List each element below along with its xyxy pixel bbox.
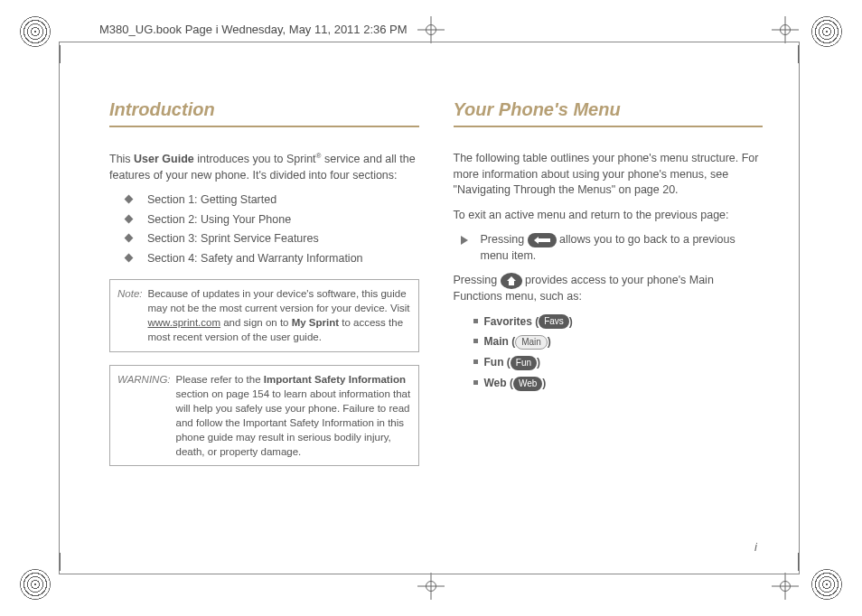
list-item: Section 3: Sprint Service Features [126, 231, 419, 247]
intro-text-mid: introduces you to Sprint [194, 153, 316, 165]
note-callout: Note: Because of updates in your device'… [109, 279, 419, 351]
registration-mark-bottom-mid [417, 573, 445, 600]
title-rule [454, 126, 764, 127]
warning-text-2: section on page 154 to learn about infor… [176, 388, 411, 457]
crop-mark-tl [20, 16, 51, 47]
back-instruction: Pressing allows you to go back to a prev… [461, 232, 764, 264]
crop-mark-bl [20, 569, 51, 600]
registration-mark-top-mid [417, 16, 445, 43]
menu-item-pre: Web ( [484, 377, 513, 389]
list-item: Section 4: Safety and Warranty Informati… [126, 251, 419, 267]
favs-button-icon: Favs [539, 314, 569, 329]
note-text-2: and sign on to [220, 317, 292, 328]
menu-item-pre: Fun ( [484, 356, 511, 369]
menu-paragraph-1: The following table outlines your phone'… [454, 151, 764, 199]
page-number: i [754, 540, 757, 554]
crop-mark-tr [811, 16, 842, 47]
intro-text-bold: User Guide [134, 153, 194, 165]
list-item: Main (Main) [473, 334, 764, 350]
note-link: www.sprint.com [148, 317, 221, 328]
back-button-icon [528, 233, 557, 247]
menu-item-post: ) [542, 377, 546, 389]
list-item: Section 1: Getting Started [126, 192, 419, 209]
home-text-pre: Pressing [454, 274, 501, 286]
list-item: Fun (Fun) [473, 355, 764, 370]
note-body: Because of updates in your device's soft… [148, 286, 411, 344]
menu-item-post: ) [537, 356, 540, 369]
home-instruction: Pressing provides access to your phone's… [454, 273, 764, 305]
warning-label: WARNING: [117, 372, 171, 460]
warning-callout: WARNING: Please refer to the Important S… [109, 365, 419, 467]
menu-item-pre: Favorites ( [484, 315, 539, 328]
registration-mark-bottom [772, 573, 799, 600]
note-bold: My Sprint [292, 317, 339, 328]
section-list: Section 1: Getting Started Section 2: Us… [126, 192, 419, 266]
list-item: Favorites (Favs) [473, 314, 764, 330]
menu-item-post: ) [548, 335, 551, 348]
section-title-menu: Your Phone's Menu [454, 97, 764, 122]
menu-item-pre: Main ( [484, 335, 516, 348]
menu-item-post: ) [569, 315, 573, 328]
note-text-1: Because of updates in your device's soft… [148, 288, 410, 313]
column-phone-menu: Your Phone's Menu The following table ou… [454, 97, 764, 537]
column-introduction: Introduction This User Guide introduces … [109, 97, 419, 537]
section-title-introduction: Introduction [109, 97, 419, 122]
title-rule [109, 126, 419, 127]
page-frame: M380_UG.book Page i Wednesday, May 11, 2… [59, 42, 800, 574]
note-label: Note: [117, 286, 143, 344]
back-text-pre: Pressing [481, 233, 528, 246]
warning-body: Please refer to the Important Safety Inf… [176, 372, 411, 460]
menu-items-list: Favorites (Favs) Main (Main) Fun (Fun) W… [473, 314, 764, 391]
fun-button-icon: Fun [511, 356, 537, 370]
registration-mark-top [772, 16, 799, 43]
menu-paragraph-2: To exit an active menu and return to the… [454, 208, 764, 224]
warning-text-1: Please refer to the [176, 374, 264, 385]
intro-text-pre: This [109, 153, 134, 165]
list-item: Web (Web) [473, 376, 764, 391]
list-item: Section 2: Using Your Phone [126, 212, 419, 229]
crop-mark-br [811, 569, 842, 600]
warning-bold: Important Safety Information [264, 374, 406, 385]
web-button-icon: Web [513, 377, 542, 391]
main-button-icon: Main [515, 335, 548, 350]
home-button-icon [501, 273, 522, 289]
intro-paragraph: This User Guide introduces you to Sprint… [109, 151, 419, 183]
document-header: M380_UG.book Page i Wednesday, May 11, 2… [96, 23, 411, 36]
